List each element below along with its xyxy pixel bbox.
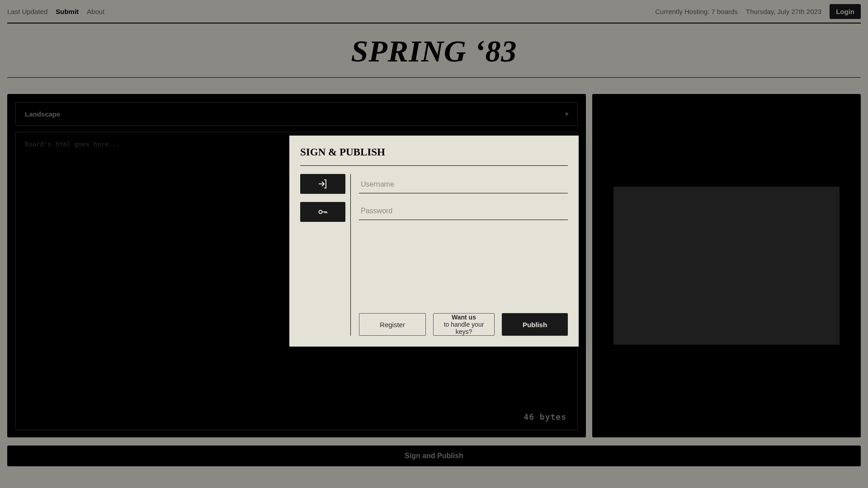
svg-point-0 (319, 211, 322, 214)
key-icon (317, 206, 328, 217)
tab-key[interactable] (300, 202, 345, 222)
modal-tabs (300, 174, 351, 336)
handle-keys-text: Want us to handle your keys? (437, 314, 491, 335)
password-field[interactable] (359, 201, 568, 220)
handle-keys-button[interactable]: Want us to handle your keys? (433, 313, 495, 336)
modal-form: Register Want us to handle your keys? Pu… (351, 174, 568, 336)
sign-publish-modal: SIGN & PUBLISH Register Want us to handl… (289, 136, 579, 347)
username-field[interactable] (359, 174, 568, 193)
publish-button[interactable]: Publish (502, 313, 568, 336)
modal-title: SIGN & PUBLISH (300, 146, 568, 158)
register-button[interactable]: Register (359, 313, 426, 336)
login-icon (317, 178, 328, 189)
modal-body: Register Want us to handle your keys? Pu… (300, 174, 568, 336)
tab-login[interactable] (300, 174, 345, 194)
divider (300, 165, 568, 166)
modal-actions: Register Want us to handle your keys? Pu… (359, 313, 568, 336)
